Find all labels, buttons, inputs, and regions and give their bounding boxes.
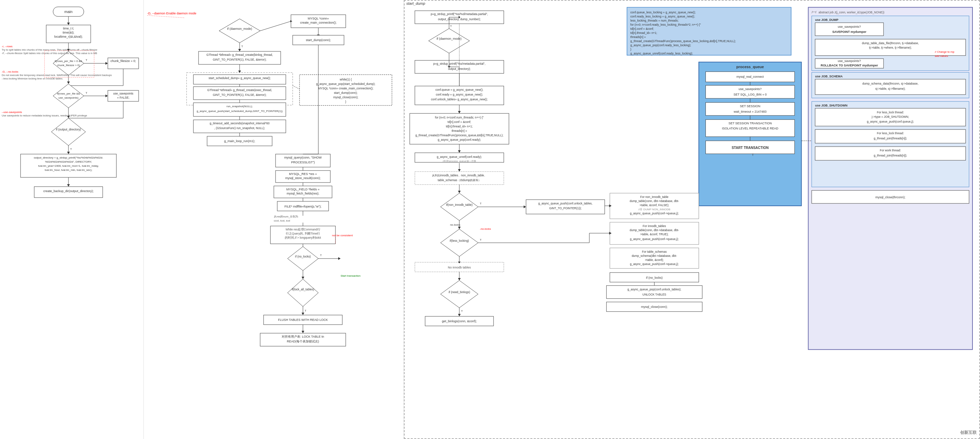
svg-text:T: T [305, 309, 306, 312]
svg-text:use_savepoints?: use_savepoints? [838, 25, 861, 29]
svg-marker-135 [338, 257, 340, 260]
svg-marker-78 [238, 70, 241, 73]
svg-text:For innodb_tables: For innodb_tables [643, 224, 666, 228]
svg-text:if(rows_per_file &&: if(rows_per_file && [57, 92, 80, 95]
svg-text:use_savepoints?: use_savepoints? [739, 87, 762, 91]
svg-text:SAVEPOINT mydumper: SAVEPOINT mydumper [832, 30, 866, 34]
svg-marker-245 [441, 281, 478, 308]
svg-marker-244 [458, 278, 461, 281]
svg-text:GINT_TO_POINTER(1), FALSE, &te: GINT_TO_POINTER(1), FALSE, &terror); [213, 93, 267, 97]
svg-text:}: } [345, 100, 347, 104]
svg-text:if (daemon_mode): if (daemon_mode) [227, 27, 252, 30]
svg-text:dump_schema_data(thrconn, sj->: dump_schema_data(thrconn, sj->database, [862, 82, 918, 85]
svg-text:less_locking_threads = num_thr: less_locking_threads = num_threads; [630, 19, 679, 22]
svg-text:g_async_queue_push(conf.queue,: g_async_queue_push(conf.queue,j); [867, 120, 914, 123]
svg-rect-114 [274, 186, 332, 198]
svg-rect-86 [193, 103, 286, 117]
svg-text:For table_schemas: For table_schemas [642, 250, 667, 254]
svg-text:While res处理Command行: While res处理Command行 [285, 228, 320, 231]
svg-text:not be consistent: not be consistent [332, 234, 353, 237]
svg-text:chunk_filesize > 0): chunk_filesize > 0) [57, 64, 80, 67]
svg-text:wait_timeout = 2147483: wait_timeout = 2147483 [733, 110, 767, 113]
svg-text:use_savepoints): use_savepoints) [59, 96, 79, 99]
svg-text:dump_table(conn, dbt->database: dump_table(conn, dbt->database, dbt- [630, 199, 679, 203]
svg-text:T: T [86, 59, 87, 62]
watermark-logo: 创新互联 [960, 430, 977, 435]
svg-text:%02d%02d%02d%02d", DIRECTORY,: %02d%02d%02d%02d", DIRECTORY, [45, 160, 92, 163]
svg-marker-60 [219, 19, 260, 43]
svg-marker-68 [317, 35, 320, 37]
svg-text:if (no_locks): if (no_locks) [646, 276, 662, 279]
svg-text:table_schemas（待dump的表等）: table_schemas（待dump的表等） [438, 179, 481, 182]
svg-rect-62 [291, 15, 346, 28]
svg-line-104 [293, 86, 299, 89]
svg-text:T: T [241, 45, 243, 48]
svg-text:T: T [450, 25, 452, 28]
svg-text:td[n].conf = &conf;: td[n].conf = &conf; [448, 120, 471, 124]
svg-marker-131 [288, 247, 318, 271]
svg-text:g_async_queue_push(conf->queue: g_async_queue_push(conf->queue,j); [630, 212, 679, 215]
svg-rect-289 [815, 22, 883, 36]
svg-text:>table, &conf, TRUE);: >table, &conf, TRUE); [640, 233, 668, 236]
svg-marker-235 [458, 227, 461, 229]
svg-text:g_thread_join(threads[n]);: g_thread_join(threads[n]); [874, 154, 907, 157]
svg-rect-0 [53, 7, 84, 16]
svg-text:if(rows_per_file > 0 &&: if(rows_per_file > 0 && [55, 59, 83, 63]
svg-text:p=g_strdup_printf("%s/%d/metad: p=g_strdup_printf("%s/%d/metadata.partia… [431, 12, 488, 16]
svg-text:mysql_query(conn, "SHOW: mysql_query(conn, "SHOW [284, 156, 322, 159]
svg-text:mysql_close(conn);: mysql_close(conn); [641, 305, 668, 308]
svg-text:use_savepoints: use_savepoints [113, 92, 133, 95]
svg-rect-74 [199, 51, 281, 64]
svg-text:T: T [752, 153, 754, 156]
svg-marker-206 [458, 111, 461, 113]
main-container: main time_t t; time(&t); localtime_r(&t,… [0, 0, 980, 439]
svg-text:-D, --daemon  Enable daemon mo: -D, --daemon Enable daemon mode [147, 12, 196, 15]
svg-text:g_async_queue_unref(conf.ready: g_async_queue_unref(conf.ready); [437, 155, 482, 158]
svg-text:--use-savepoints: --use-savepoints [2, 110, 22, 114]
svg-marker-32 [67, 116, 70, 118]
svg-text:start_dump(conn);: start_dump(conn); [305, 38, 331, 42]
svg-text:g_async_queue_push(conf->queue: g_async_queue_push(conf->queue,j); [630, 237, 679, 241]
svg-marker-35 [51, 118, 86, 145]
svg-text:SET SESSION TRANSACTION: SET SESSION TRANSACTION [729, 121, 772, 125]
svg-text:START TRANSACTION: START TRANSACTION [732, 146, 768, 150]
svg-text:SET SESSION: SET SESSION [740, 104, 760, 108]
svg-text:MYSQL_RES *res =: MYSQL_RES *res = [289, 172, 317, 176]
svg-text:ROLLBACK TO SAVEPOINT mydumper: ROLLBACK TO SAVEPOINT mydumper [821, 64, 878, 67]
svg-text:g_thread_join(threads[n]);: g_thread_join(threads[n]); [874, 137, 907, 140]
svg-text:use JOB_SCHEMA: use JOB_SCHEMA [815, 75, 843, 78]
svg-text:MYSQL *conn=: MYSQL *conn= [308, 17, 329, 20]
svg-text:time(&t);: time(&t); [63, 31, 74, 34]
svg-text:MYSQL_FIELD *fields =: MYSQL_FIELD *fields = [286, 188, 320, 191]
svg-marker-66 [290, 20, 292, 22]
svg-text:g_async_queue_unref(conf.ready: g_async_queue_unref(conf.ready_less_lock… [630, 52, 693, 55]
svg-text:Use savepoints to reduce metad: Use savepoints to reduce metadata lockin… [2, 114, 87, 117]
svg-text:g_async_queue_push(conf->queue: g_async_queue_push(conf->queue,j); [630, 262, 679, 266]
svg-text:tval.tm_year+1900, tval.tm_mon: tval.tm_year+1900, tval.tm_mon+1, tval.t… [38, 164, 99, 168]
svg-text:use_savepoints?: use_savepoints? [838, 59, 861, 63]
svg-text:, (GSourceFunc) run_snapshot, : , (GSourceFunc) run_snapshot, NULL); [214, 126, 265, 130]
svg-marker-226 [441, 193, 478, 220]
svg-text:= FALSE;: = FALSE; [117, 96, 129, 99]
svg-text:T: T [70, 148, 72, 151]
svg-text:chunk_filesize = 0;: chunk_filesize = 0; [111, 59, 136, 63]
svg-rect-110 [275, 171, 330, 182]
svg-text:从res的num_分别为: 从res的num_分别为 [274, 215, 298, 218]
svg-text:GINT_TO_POINTER(1));: GINT_TO_POINTER(1)); [549, 206, 582, 210]
svg-text:use JOB_DUMP: use JOB_DUMP [815, 18, 838, 22]
svg-text:>table, &conf);: >table, &conf); [645, 258, 664, 262]
svg-text:从列出innodb_tables、non_innodb_ta: 从列出innodb_tables、non_innodb_table、 [432, 174, 487, 177]
svg-rect-97 [299, 75, 392, 105]
svg-marker-38 [67, 152, 70, 154]
svg-rect-90 [193, 120, 286, 133]
svg-rect-47 [34, 187, 103, 198]
left-panel: main time_t t; time(&t); localtime_r(&t,… [0, 0, 144, 439]
svg-text:UNLOCK TABLES: UNLOCK TABLES [643, 293, 667, 296]
svg-rect-15 [108, 58, 138, 69]
svg-text:abstract job J(j_conn, worker_: abstract job J(j_conn, worker_id,type(JO… [818, 11, 885, 14]
svg-text:use JOB_SHUTDOWN: use JOB_SHUTDOWN [815, 104, 847, 107]
svg-text:j->type = JOB_SHUTDOWN;: j->type = JOB_SHUTDOWN; [872, 115, 909, 118]
svg-text:g_thread_create(GThreadFunc)pr: g_thread_create(GThreadFunc)process_queu… [415, 134, 503, 137]
svg-text:td[n].thread_id= n+1;: td[n].thread_id= n+1; [446, 125, 473, 128]
svg-text:-r, --rows: -r, --rows [2, 45, 13, 48]
